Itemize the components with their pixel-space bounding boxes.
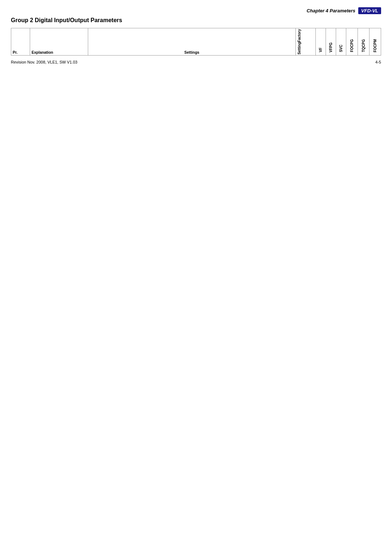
col-header-vf: VF: [316, 28, 326, 56]
brand-logo: VFD-VL: [358, 7, 381, 14]
page-number: 4-5: [375, 60, 381, 64]
revision-text: Revision Nov. 2008, VLE1, SW V1.03: [11, 60, 77, 64]
col-header-factory: Factory Setting: [296, 28, 316, 56]
col-header-svc: SVC: [336, 28, 346, 56]
page-footer: Revision Nov. 2008, VLE1, SW V1.03 4-5: [11, 60, 381, 64]
col-header-explanation: Explanation: [30, 28, 88, 56]
col-header-focpm: FOCPM: [369, 28, 381, 56]
col-header-pr: Pr.: [11, 28, 30, 56]
chapter-title: Chapter 4 Parameters: [307, 8, 355, 13]
page-header: Chapter 4 Parameters VFD-VL: [11, 7, 381, 14]
col-header-focpg: FOCPG: [346, 28, 358, 56]
group-title: Group 2 Digital Input/Output Parameters: [11, 17, 381, 24]
parameters-table: Pr. Explanation Settings Factory Setting…: [11, 28, 381, 56]
col-header-vfpg: VFPG: [326, 28, 336, 56]
col-header-tqcpg: TQCPG: [358, 28, 369, 56]
col-header-settings: Settings: [88, 28, 296, 56]
